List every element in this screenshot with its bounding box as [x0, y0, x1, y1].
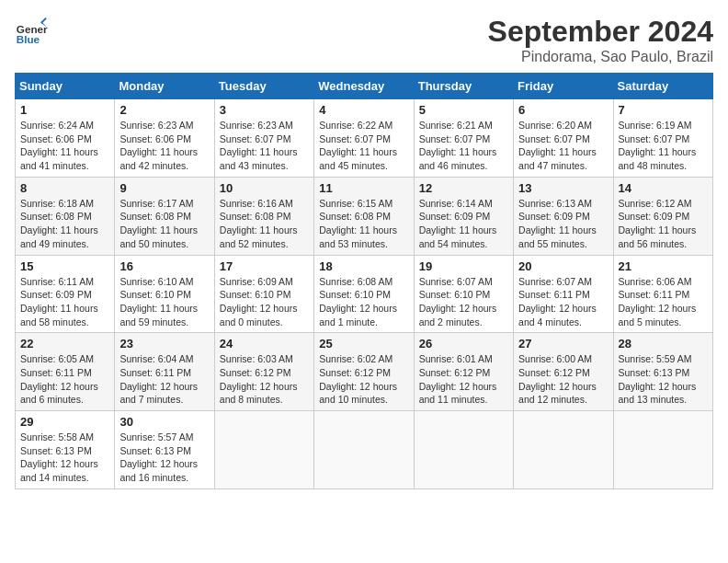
day-number: 18	[319, 259, 408, 273]
calendar-cell	[613, 411, 712, 489]
day-info: Sunrise: 6:16 AM Sunset: 6:08 PM Dayligh…	[220, 197, 309, 251]
calendar-cell	[314, 411, 414, 489]
month-title: September 2024	[488, 15, 713, 49]
day-number: 25	[319, 337, 408, 350]
calendar-table: SundayMondayTuesdayWednesdayThursdayFrid…	[15, 73, 713, 489]
day-info: Sunrise: 6:24 AM Sunset: 6:06 PM Dayligh…	[20, 119, 109, 173]
calendar-cell: 26 Sunrise: 6:01 AM Sunset: 6:12 PM Dayl…	[414, 333, 513, 411]
day-info: Sunrise: 6:12 AM Sunset: 6:09 PM Dayligh…	[619, 197, 708, 251]
calendar-cell: 3 Sunrise: 6:23 AM Sunset: 6:07 PM Dayli…	[214, 99, 313, 178]
calendar-cell: 15 Sunrise: 6:11 AM Sunset: 6:09 PM Dayl…	[16, 255, 115, 333]
logo-icon: General Blue	[15, 15, 48, 48]
day-number: 19	[419, 259, 508, 273]
day-of-week-header: Sunday	[16, 74, 115, 99]
day-number: 29	[20, 415, 109, 429]
calendar-cell: 6 Sunrise: 6:20 AM Sunset: 6:07 PM Dayli…	[514, 99, 613, 178]
day-info: Sunrise: 6:11 AM Sunset: 6:09 PM Dayligh…	[20, 275, 109, 329]
calendar-week-row: 8 Sunrise: 6:18 AM Sunset: 6:08 PM Dayli…	[16, 177, 713, 255]
day-number: 24	[220, 337, 309, 350]
day-of-week-header: Tuesday	[214, 74, 313, 99]
day-number: 14	[619, 181, 708, 195]
day-number: 13	[518, 181, 608, 195]
calendar-week-row: 15 Sunrise: 6:11 AM Sunset: 6:09 PM Dayl…	[16, 255, 713, 333]
day-number: 15	[20, 259, 109, 273]
day-info: Sunrise: 6:07 AM Sunset: 6:10 PM Dayligh…	[419, 275, 508, 329]
day-info: Sunrise: 6:03 AM Sunset: 6:12 PM Dayligh…	[220, 352, 309, 407]
day-number: 5	[419, 103, 508, 117]
day-info: Sunrise: 6:08 AM Sunset: 6:10 PM Dayligh…	[319, 275, 408, 329]
calendar-cell: 12 Sunrise: 6:14 AM Sunset: 6:09 PM Dayl…	[414, 177, 513, 255]
day-number: 1	[20, 103, 109, 117]
day-of-week-header: Wednesday	[314, 74, 414, 99]
day-number: 8	[20, 181, 109, 195]
calendar-header-row: SundayMondayTuesdayWednesdayThursdayFrid…	[16, 74, 713, 99]
calendar-cell: 4 Sunrise: 6:22 AM Sunset: 6:07 PM Dayli…	[314, 99, 414, 178]
day-info: Sunrise: 6:07 AM Sunset: 6:11 PM Dayligh…	[518, 275, 608, 329]
calendar-cell: 30 Sunrise: 5:57 AM Sunset: 6:13 PM Dayl…	[115, 411, 214, 489]
calendar-week-row: 22 Sunrise: 6:05 AM Sunset: 6:11 PM Dayl…	[16, 333, 713, 411]
location-subtitle: Pindorama, Sao Paulo, Brazil	[488, 49, 713, 65]
calendar-cell: 20 Sunrise: 6:07 AM Sunset: 6:11 PM Dayl…	[514, 255, 613, 333]
day-number: 17	[220, 259, 309, 273]
day-info: Sunrise: 6:21 AM Sunset: 6:07 PM Dayligh…	[419, 119, 508, 173]
day-info: Sunrise: 6:04 AM Sunset: 6:11 PM Dayligh…	[119, 352, 209, 407]
calendar-cell: 27 Sunrise: 6:00 AM Sunset: 6:12 PM Dayl…	[514, 333, 613, 411]
calendar-cell: 16 Sunrise: 6:10 AM Sunset: 6:10 PM Dayl…	[115, 255, 214, 333]
day-info: Sunrise: 6:01 AM Sunset: 6:12 PM Dayligh…	[419, 352, 508, 407]
day-number: 3	[220, 103, 309, 117]
day-number: 2	[119, 103, 209, 117]
calendar-cell: 24 Sunrise: 6:03 AM Sunset: 6:12 PM Dayl…	[214, 333, 313, 411]
day-info: Sunrise: 6:02 AM Sunset: 6:12 PM Dayligh…	[319, 352, 408, 407]
day-info: Sunrise: 5:57 AM Sunset: 6:13 PM Dayligh…	[119, 431, 209, 485]
calendar-cell	[514, 411, 613, 489]
day-number: 28	[619, 337, 708, 350]
calendar-cell: 28 Sunrise: 5:59 AM Sunset: 6:13 PM Dayl…	[613, 333, 712, 411]
calendar-cell: 17 Sunrise: 6:09 AM Sunset: 6:10 PM Dayl…	[214, 255, 313, 333]
calendar-cell: 11 Sunrise: 6:15 AM Sunset: 6:08 PM Dayl…	[314, 177, 414, 255]
calendar-cell: 13 Sunrise: 6:13 AM Sunset: 6:09 PM Dayl…	[514, 177, 613, 255]
day-number: 12	[419, 181, 508, 195]
day-info: Sunrise: 6:14 AM Sunset: 6:09 PM Dayligh…	[419, 197, 508, 251]
day-number: 10	[220, 181, 309, 195]
day-number: 22	[20, 337, 109, 350]
calendar-cell: 14 Sunrise: 6:12 AM Sunset: 6:09 PM Dayl…	[613, 177, 712, 255]
calendar-week-row: 1 Sunrise: 6:24 AM Sunset: 6:06 PM Dayli…	[16, 99, 713, 178]
day-number: 16	[119, 259, 209, 273]
day-of-week-header: Monday	[115, 74, 214, 99]
calendar-cell	[414, 411, 513, 489]
day-of-week-header: Thursday	[414, 74, 513, 99]
day-number: 23	[119, 337, 209, 350]
calendar-cell: 7 Sunrise: 6:19 AM Sunset: 6:07 PM Dayli…	[613, 99, 712, 178]
day-info: Sunrise: 6:09 AM Sunset: 6:10 PM Dayligh…	[220, 275, 309, 329]
day-info: Sunrise: 6:20 AM Sunset: 6:07 PM Dayligh…	[518, 119, 608, 173]
day-number: 6	[518, 103, 608, 117]
calendar-cell: 22 Sunrise: 6:05 AM Sunset: 6:11 PM Dayl…	[16, 333, 115, 411]
day-number: 9	[119, 181, 209, 195]
day-info: Sunrise: 6:06 AM Sunset: 6:11 PM Dayligh…	[619, 275, 708, 329]
day-info: Sunrise: 6:23 AM Sunset: 6:07 PM Dayligh…	[220, 119, 309, 173]
calendar-cell	[214, 411, 313, 489]
day-number: 30	[119, 415, 209, 429]
day-info: Sunrise: 6:13 AM Sunset: 6:09 PM Dayligh…	[518, 197, 608, 251]
calendar-cell: 29 Sunrise: 5:58 AM Sunset: 6:13 PM Dayl…	[16, 411, 115, 489]
calendar-cell: 9 Sunrise: 6:17 AM Sunset: 6:08 PM Dayli…	[115, 177, 214, 255]
day-number: 7	[619, 103, 708, 117]
calendar-cell: 25 Sunrise: 6:02 AM Sunset: 6:12 PM Dayl…	[314, 333, 414, 411]
day-info: Sunrise: 6:10 AM Sunset: 6:10 PM Dayligh…	[119, 275, 209, 329]
title-block: September 2024 Pindorama, Sao Paulo, Bra…	[488, 15, 713, 65]
day-of-week-header: Friday	[514, 74, 613, 99]
logo: General Blue	[15, 15, 48, 48]
page-header: General Blue September 2024 Pindorama, S…	[15, 15, 713, 65]
calendar-cell: 21 Sunrise: 6:06 AM Sunset: 6:11 PM Dayl…	[613, 255, 712, 333]
day-of-week-header: Saturday	[613, 74, 712, 99]
calendar-cell: 5 Sunrise: 6:21 AM Sunset: 6:07 PM Dayli…	[414, 99, 513, 178]
calendar-cell: 18 Sunrise: 6:08 AM Sunset: 6:10 PM Dayl…	[314, 255, 414, 333]
calendar-week-row: 29 Sunrise: 5:58 AM Sunset: 6:13 PM Dayl…	[16, 411, 713, 489]
calendar-cell: 8 Sunrise: 6:18 AM Sunset: 6:08 PM Dayli…	[16, 177, 115, 255]
day-number: 20	[518, 259, 608, 273]
svg-text:Blue: Blue	[17, 33, 40, 45]
day-info: Sunrise: 6:22 AM Sunset: 6:07 PM Dayligh…	[319, 119, 408, 173]
day-info: Sunrise: 5:58 AM Sunset: 6:13 PM Dayligh…	[20, 431, 109, 485]
day-number: 26	[419, 337, 508, 350]
day-info: Sunrise: 6:17 AM Sunset: 6:08 PM Dayligh…	[119, 197, 209, 251]
